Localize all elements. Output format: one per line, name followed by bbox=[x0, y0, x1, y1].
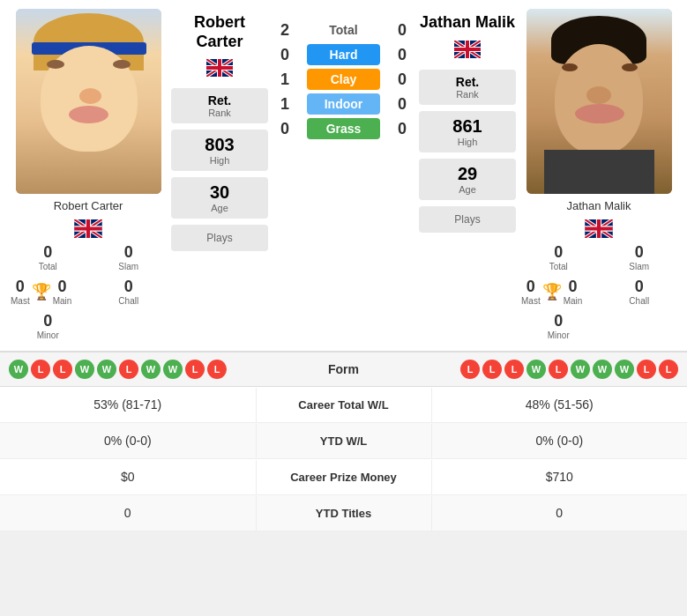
indoor-label: Indoor bbox=[307, 93, 380, 115]
right-player-name: Jathan Malik bbox=[567, 199, 631, 212]
form-badge-l: L bbox=[549, 360, 568, 379]
form-badge-w: W bbox=[615, 360, 634, 379]
right-age-label: Age bbox=[426, 184, 509, 195]
right-high-card: 861 High bbox=[419, 111, 516, 152]
left-slam-cell: 0 Slam bbox=[90, 241, 168, 273]
data-cell-right-2: $710 bbox=[432, 459, 688, 494]
right-player-photo bbox=[526, 9, 672, 194]
right-rank-block: Jathan Malik Ret. Rank 861 High 29 Age P… bbox=[419, 9, 516, 342]
form-badge-w: W bbox=[141, 360, 161, 379]
form-badge-w: W bbox=[9, 360, 28, 379]
right-mast-main-cell: 0 Mast 🏆 0 Main bbox=[519, 276, 598, 308]
grass-label: Grass bbox=[307, 118, 380, 139]
hard-score-right: 0 bbox=[389, 46, 415, 64]
grass-score-right: 0 bbox=[389, 120, 415, 138]
indoor-score-right: 0 bbox=[389, 95, 415, 114]
data-row-2: $0Career Prize Money$710 bbox=[0, 459, 687, 495]
right-form-badges: LLLWLWWWLL bbox=[460, 360, 678, 379]
form-badge-l: L bbox=[460, 360, 480, 379]
form-badge-w: W bbox=[163, 360, 183, 379]
left-high-val: 803 bbox=[178, 135, 261, 155]
right-slam-cell: 0 Slam bbox=[601, 241, 679, 273]
left-form-badges: WLLWWLWWLL bbox=[9, 360, 227, 379]
data-cell-center-0: Career Total W/L bbox=[256, 388, 432, 422]
form-badge-w: W bbox=[593, 360, 612, 379]
left-player-block: Robert Carter 0 Total 0 Slam 0 bbox=[9, 9, 168, 342]
right-plays-label: Plays bbox=[426, 213, 509, 226]
total-label: Total bbox=[307, 19, 380, 41]
score-row-clay: 1 Clay 0 bbox=[272, 69, 415, 90]
main-container: Robert Carter 0 Total 0 Slam 0 bbox=[0, 0, 687, 531]
left-rank-block: RobertCarter Ret. Rank 803 High 30 Age P… bbox=[171, 9, 268, 342]
form-badge-w: W bbox=[526, 360, 546, 379]
center-scores-block: 2 Total 0 0 Hard 0 1 Clay 0 1 bbox=[272, 9, 415, 342]
score-row-indoor: 1 Indoor 0 bbox=[272, 93, 415, 115]
data-cell-left-1: 0% (0-0) bbox=[0, 423, 256, 458]
hard-score-left: 0 bbox=[272, 46, 298, 64]
total-score-right: 0 bbox=[389, 21, 415, 40]
right-trophy-icon: 🏆 bbox=[542, 282, 562, 301]
left-high-label: High bbox=[178, 155, 261, 166]
right-rank-label: Ret. bbox=[426, 75, 509, 89]
data-cell-left-2: $0 bbox=[0, 459, 256, 494]
right-rank-card: Ret. Rank bbox=[419, 70, 516, 105]
form-badge-l: L bbox=[482, 360, 502, 379]
left-total-cell: 0 Total bbox=[9, 241, 87, 273]
data-cell-center-3: YTD Titles bbox=[256, 496, 432, 531]
right-stats-grid: 0 Total 0 Slam 0 Mast 🏆 0 Main bbox=[519, 241, 678, 342]
right-name-heading: Jathan Malik bbox=[419, 13, 516, 33]
left-trophy-icon: 🏆 bbox=[32, 282, 51, 301]
left-stats-grid: 0 Total 0 Slam 0 Mast 🏆 0 Main bbox=[9, 241, 168, 342]
score-row-total: 2 Total 0 bbox=[272, 19, 415, 41]
total-score-left: 2 bbox=[272, 21, 298, 40]
data-cell-right-0: 48% (51-56) bbox=[432, 387, 688, 422]
clay-label: Clay bbox=[307, 69, 380, 90]
data-cell-center-2: Career Prize Money bbox=[256, 460, 432, 494]
hard-label: Hard bbox=[307, 44, 380, 65]
data-rows-section: 53% (81-71)Career Total W/L48% (51-56)0%… bbox=[0, 386, 687, 531]
clay-score-right: 0 bbox=[389, 71, 415, 89]
right-minor-cell: 0 Minor bbox=[519, 310, 598, 342]
left-mast-cell: 0 Mast 🏆 0 Main bbox=[9, 276, 87, 308]
left-minor-cell: 0 Minor bbox=[9, 310, 87, 342]
right-high-label: High bbox=[426, 137, 509, 147]
form-badge-w: W bbox=[571, 360, 590, 379]
form-badge-l: L bbox=[504, 360, 524, 379]
left-player-name: Robert Carter bbox=[54, 199, 123, 212]
right-rank-flag bbox=[454, 41, 481, 58]
left-plays-box: Plays bbox=[171, 225, 268, 251]
left-age-card: 30 Age bbox=[171, 177, 268, 219]
right-flag-icon bbox=[585, 219, 613, 238]
left-chall-cell: 0 Chall bbox=[90, 276, 168, 308]
right-age-val: 29 bbox=[426, 164, 509, 184]
left-rank-card: Ret. Rank bbox=[171, 88, 268, 123]
score-row-hard: 0 Hard 0 bbox=[272, 44, 415, 65]
form-badge-l: L bbox=[31, 360, 50, 379]
form-badge-w: W bbox=[75, 360, 94, 379]
left-player-photo bbox=[16, 9, 161, 194]
right-plays-box: Plays bbox=[419, 206, 516, 233]
data-cell-left-3: 0 bbox=[0, 495, 256, 531]
top-section: Robert Carter 0 Total 0 Slam 0 bbox=[0, 0, 687, 351]
clay-score-left: 1 bbox=[272, 71, 298, 89]
right-player-block: Jathan Malik 0 Total 0 Slam 0 bbox=[519, 9, 678, 342]
left-rank-sub: Rank bbox=[178, 108, 261, 118]
data-row-3: 0YTD Titles0 bbox=[0, 495, 687, 531]
data-cell-right-3: 0 bbox=[432, 495, 688, 531]
left-name-heading: RobertCarter bbox=[171, 13, 268, 51]
form-badge-l: L bbox=[53, 360, 72, 379]
data-cell-center-1: YTD W/L bbox=[256, 424, 432, 458]
score-rows: 2 Total 0 0 Hard 0 1 Clay 0 1 bbox=[272, 16, 415, 143]
form-badge-l: L bbox=[207, 360, 227, 379]
left-rank-flag bbox=[206, 59, 233, 77]
form-section: WLLWWLWWLL Form LLLWLWWWLL bbox=[0, 351, 687, 386]
data-cell-right-1: 0% (0-0) bbox=[432, 423, 688, 458]
data-cell-left-0: 53% (81-71) bbox=[0, 387, 256, 422]
form-badge-w: W bbox=[97, 360, 116, 379]
left-rank-label: Ret. bbox=[178, 93, 261, 108]
left-age-label: Age bbox=[178, 203, 261, 213]
form-badge-l: L bbox=[185, 360, 205, 379]
indoor-score-left: 1 bbox=[272, 95, 298, 114]
left-flag-icon bbox=[74, 219, 102, 238]
left-age-val: 30 bbox=[178, 182, 261, 203]
